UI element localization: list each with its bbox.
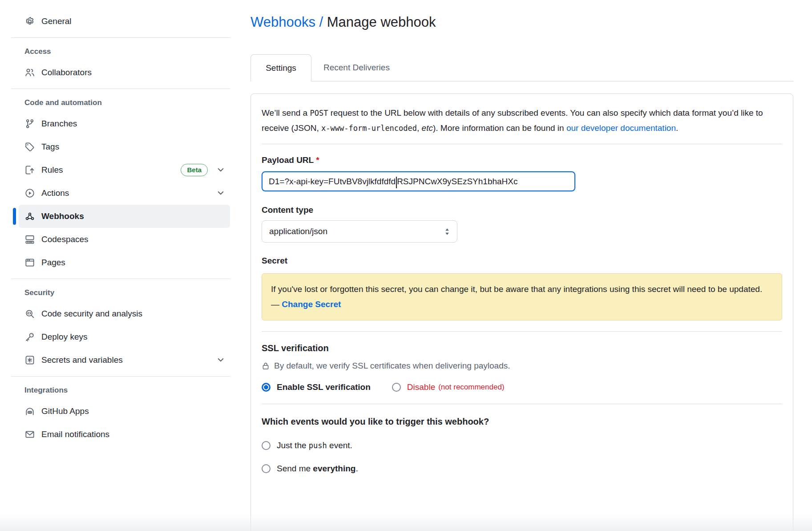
intro-code-urlencoded: x-www-form-urlencoded <box>321 124 417 133</box>
codespaces-icon <box>24 234 35 245</box>
sidebar-item-webhooks[interactable]: Webhooks <box>19 205 230 228</box>
rules-icon <box>24 165 35 175</box>
hubot-icon <box>24 406 35 417</box>
enable-ssl-radio[interactable] <box>262 383 271 392</box>
selected-accent-bar <box>13 208 16 225</box>
sidebar-item-label: Codespaces <box>41 235 89 244</box>
everything-bold-text: everything <box>313 464 356 473</box>
sidebar-item-label: Branches <box>41 119 77 129</box>
intro-text: We’ll send a <box>262 108 310 118</box>
chevron-down-icon <box>218 168 224 172</box>
webhook-icon <box>24 211 35 222</box>
chevron-down-icon <box>218 358 224 362</box>
sidebar-item-tags[interactable]: Tags <box>19 135 230 158</box>
content-type-value: application/json <box>269 227 327 236</box>
content-type-label: Content type <box>262 205 782 215</box>
send-everything-pre: Send me <box>277 464 313 473</box>
tag-icon <box>24 142 35 152</box>
sidebar-item-label: Pages <box>41 258 65 268</box>
tab-settings[interactable]: Settings <box>250 54 311 81</box>
secret-warning-text: If you've lost or forgotten this secret,… <box>271 284 762 309</box>
sidebar-item-label: Code security and analysis <box>41 309 142 319</box>
disable-ssl-label[interactable]: Disable <box>407 382 435 392</box>
sidebar-item-label: Secrets and variables <box>41 355 123 365</box>
sidebar-section-security: Security <box>11 286 240 300</box>
intro-paragraph: We’ll send a POST request to the URL bel… <box>262 105 782 136</box>
chevron-down-icon <box>218 191 224 195</box>
send-everything-label[interactable]: Send me everything. <box>277 464 358 474</box>
sidebar-item-label: Actions <box>41 188 69 198</box>
payload-url-value-after-caret: RSJPNCwX9ySEzSYh1bhaHXc <box>397 177 517 186</box>
play-icon <box>24 188 35 199</box>
sidebar-item-label: Email notifications <box>41 430 109 439</box>
content-type-select[interactable]: application/json <box>262 220 457 243</box>
webhook-tabnav: Settings Recent Deliveries <box>250 54 793 81</box>
just-push-radio[interactable] <box>262 441 271 450</box>
event-option-just-push: Just the push event. <box>262 441 782 450</box>
sidebar-item-branches[interactable]: Branches <box>19 112 230 135</box>
intro-code-post: POST <box>310 109 328 118</box>
breadcrumb-current: Manage webhook <box>327 14 436 30</box>
webhook-settings-main: Webhooks / Manage webhook Settings Recen… <box>250 0 793 531</box>
divider <box>262 404 782 404</box>
disable-ssl-note: (not recommended) <box>438 383 504 392</box>
divider <box>262 331 782 332</box>
sidebar-section-integrations: Integrations <box>11 384 240 397</box>
sidebar-item-label: General <box>41 16 72 26</box>
sidebar-item-code-security[interactable]: Code security and analysis <box>19 302 230 325</box>
payload-url-label-text: Payload URL <box>262 155 314 165</box>
mail-icon <box>24 429 35 440</box>
sidebar-item-deploy-keys[interactable]: Deploy keys <box>19 325 230 349</box>
gear-icon <box>24 16 35 27</box>
developer-documentation-link[interactable]: our developer documentation <box>566 123 676 133</box>
event-option-everything: Send me everything. <box>262 464 782 474</box>
sidebar-section-access: Access <box>11 45 240 58</box>
sidebar-item-collaborators[interactable]: Collaborators <box>19 61 230 84</box>
change-secret-link[interactable]: Change Secret <box>282 300 341 309</box>
sidebar-item-general[interactable]: General <box>19 10 230 33</box>
divider <box>262 144 782 144</box>
ssl-verification-heading: SSL verification <box>262 342 782 354</box>
required-asterisk: * <box>316 155 319 165</box>
payload-url-label: Payload URL* <box>262 155 782 166</box>
just-push-label[interactable]: Just the push event. <box>277 441 352 450</box>
sidebar-item-pages[interactable]: Pages <box>19 251 230 274</box>
sidebar-item-email-notifications[interactable]: Email notifications <box>19 423 230 446</box>
payload-url-input[interactable]: D1=?x-api-key=FUtvBV8vjlkfdfdfdRSJPNCwX9… <box>262 171 575 191</box>
sidebar-divider <box>11 37 230 38</box>
disable-ssl-radio[interactable] <box>392 383 401 392</box>
sidebar-item-codespaces[interactable]: Codespaces <box>19 228 230 251</box>
key-icon <box>24 332 35 342</box>
breadcrumb-webhooks-link[interactable]: Webhooks / <box>250 14 323 30</box>
disable-ssl-group: Disable (not recommended) <box>392 382 505 392</box>
people-icon <box>24 67 35 78</box>
webhook-settings-panel: We’ll send a POST request to the URL bel… <box>250 93 793 531</box>
tab-recent-deliveries[interactable]: Recent Deliveries <box>311 54 402 81</box>
sidebar-divider <box>11 89 230 89</box>
events-heading: Which events would you like to trigger t… <box>262 416 782 427</box>
push-code-text: push <box>309 441 327 450</box>
codescan-icon <box>24 308 35 319</box>
ssl-note-text: By default, we verify SSL certificates w… <box>274 361 510 371</box>
sidebar-item-github-apps[interactable]: GitHub Apps <box>19 400 230 423</box>
page-title: Webhooks / Manage webhook <box>250 12 793 32</box>
just-push-label-pre: Just the <box>277 441 309 450</box>
sidebar-item-rules[interactable]: Rules Beta <box>19 158 230 182</box>
send-everything-radio[interactable] <box>262 464 271 473</box>
intro-text: ). More information can be found in <box>433 123 566 133</box>
select-arrows-icon <box>444 228 450 235</box>
sidebar-item-secrets-variables[interactable]: Secrets and variables <box>19 349 230 372</box>
sidebar-item-label: Collaborators <box>41 68 92 77</box>
sidebar-section-code-automation: Code and automation <box>11 96 240 109</box>
sidebar-item-actions[interactable]: Actions <box>19 182 230 205</box>
sidebar-item-label: Tags <box>41 142 59 152</box>
intro-etc: etc <box>422 123 433 133</box>
sidebar-item-label: Deploy keys <box>41 332 88 342</box>
intro-text: . <box>676 123 678 133</box>
beta-badge: Beta <box>181 164 208 176</box>
send-everything-post: . <box>356 464 358 473</box>
lock-icon <box>262 362 270 370</box>
ssl-note: By default, we verify SSL certificates w… <box>262 361 782 371</box>
enable-ssl-label[interactable]: Enable SSL verification <box>277 382 371 392</box>
asterisk-box-icon <box>24 355 35 365</box>
